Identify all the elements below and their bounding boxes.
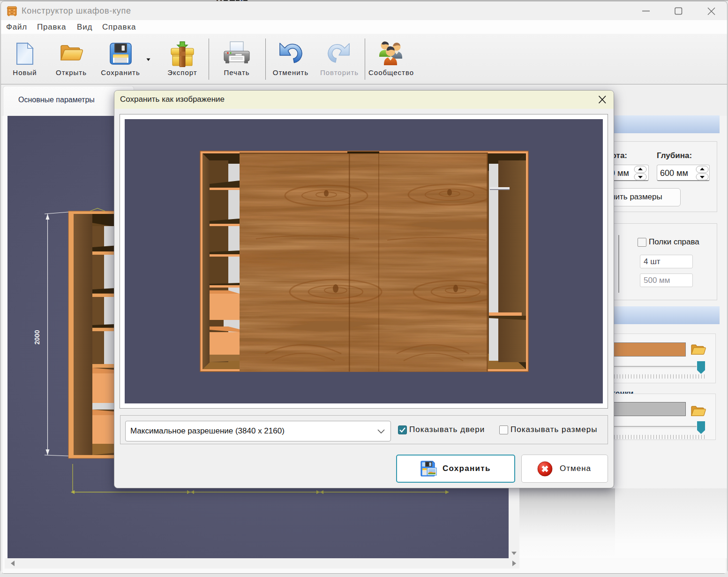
svg-text:2000: 2000 <box>33 330 41 344</box>
